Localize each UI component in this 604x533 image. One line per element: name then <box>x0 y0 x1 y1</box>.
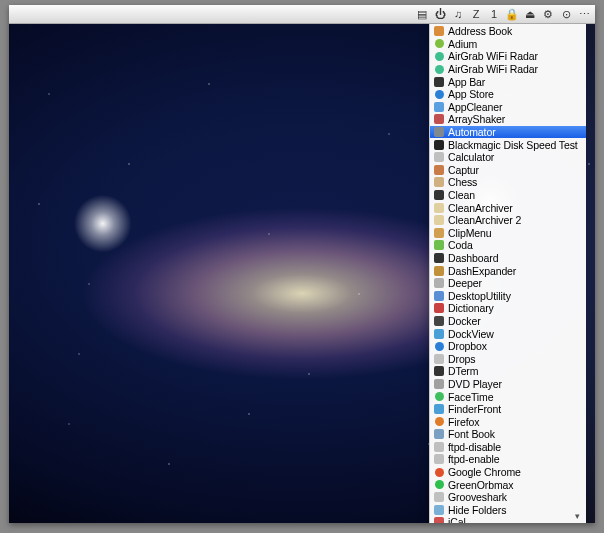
pref-icon[interactable]: ⚙ <box>541 7 555 21</box>
power-icon[interactable]: ⏻ <box>433 7 447 21</box>
menu-item-dvd-player[interactable]: DVD Player <box>430 378 586 391</box>
menu-item-calculator[interactable]: Calculator <box>430 151 586 164</box>
menu-item-label: Address Book <box>448 25 512 37</box>
music-icon[interactable]: ♫ <box>451 7 465 21</box>
automator-icon <box>433 126 445 138</box>
menu-item-label: Dictionary <box>448 302 494 314</box>
menu-item-airgrab-wifi-radar[interactable]: AirGrab WiFi Radar <box>430 50 586 63</box>
menu-item-deeper[interactable]: Deeper <box>430 277 586 290</box>
menu-item-label: ClipMenu <box>448 227 492 239</box>
menu-item-label: DesktopUtility <box>448 290 511 302</box>
cleanarchiver-icon <box>433 214 445 226</box>
clean-icon <box>433 189 445 201</box>
menu-item-label: Firefox <box>448 416 479 428</box>
menu-item-adium[interactable]: Adium <box>430 38 586 51</box>
menu-bar: ▤⏻♫Z1🔒⏏⚙⊙⋯ <box>9 5 595 24</box>
menu-item-label: ArrayShaker <box>448 113 505 125</box>
scroll-down-arrow[interactable]: ▾ <box>575 511 580 521</box>
dashexpander-icon <box>433 265 445 277</box>
menu-item-label: CleanArchiver <box>448 202 513 214</box>
app-bar-icon <box>433 76 445 88</box>
menu-item-dropbox[interactable]: Dropbox <box>430 340 586 353</box>
menu-item-font-book[interactable]: Font Book <box>430 428 586 441</box>
dockview-icon <box>433 328 445 340</box>
menu-item-cleanarchiver-2[interactable]: CleanArchiver 2 <box>430 214 586 227</box>
menu-bar-extras: ▤⏻♫Z1🔒⏏⚙⊙⋯ <box>415 7 591 21</box>
lock-icon[interactable]: 🔒 <box>505 7 519 21</box>
menu-item-desktoputility[interactable]: DesktopUtility <box>430 289 586 302</box>
menu-item-finderfront[interactable]: FinderFront <box>430 403 586 416</box>
menu-item-label: Google Chrome <box>448 466 521 478</box>
address-book-icon <box>433 25 445 37</box>
menu-item-hide-folders[interactable]: Hide Folders <box>430 504 586 517</box>
blackmagic-icon <box>433 139 445 151</box>
greenorbmax-icon <box>433 479 445 491</box>
menu-item-label: DVD Player <box>448 378 502 390</box>
menu-item-app-store[interactable]: App Store <box>430 88 586 101</box>
menu-item-automator[interactable]: Automator <box>430 126 586 139</box>
menu-item-label: DockView <box>448 328 494 340</box>
appcleaner-icon <box>433 101 445 113</box>
menu-item-dashboard[interactable]: Dashboard <box>430 252 586 265</box>
menu-item-firefox[interactable]: Firefox <box>430 415 586 428</box>
ftpd-disable-icon <box>433 441 445 453</box>
menu-item-dashexpander[interactable]: DashExpander <box>430 264 586 277</box>
dvd-player-icon <box>433 378 445 390</box>
eject-icon[interactable]: ⏏ <box>523 7 537 21</box>
menu-item-dictionary[interactable]: Dictionary <box>430 302 586 315</box>
menu-item-label: Docker <box>448 315 481 327</box>
spotlight-icon[interactable]: ⊙ <box>559 7 573 21</box>
menu-item-app-bar[interactable]: App Bar <box>430 75 586 88</box>
menu-item-label: Blackmagic Disk Speed Test <box>448 139 578 151</box>
menu-item-clean[interactable]: Clean <box>430 189 586 202</box>
menu-item-captur[interactable]: Captur <box>430 164 586 177</box>
fontbook-icon <box>433 428 445 440</box>
chrome-icon <box>433 466 445 478</box>
menu-item-arrayshaker[interactable]: ArrayShaker <box>430 113 586 126</box>
z-icon[interactable]: Z <box>469 7 483 21</box>
menu-item-docker[interactable]: Docker <box>430 315 586 328</box>
menu-item-label: Drops <box>448 353 476 365</box>
menu-item-label: FinderFront <box>448 403 501 415</box>
menu-item-label: Dropbox <box>448 340 487 352</box>
dashboard-icon <box>433 252 445 264</box>
captur-icon <box>433 164 445 176</box>
menu-item-address-book[interactable]: Address Book <box>430 25 586 38</box>
menu-item-chess[interactable]: Chess <box>430 176 586 189</box>
menu-item-cleanarchiver[interactable]: CleanArchiver <box>430 201 586 214</box>
app-dropdown-list: Address BookAdiumAirGrab WiFi RadarAirGr… <box>430 24 586 523</box>
menu-item-label: ftpd-disable <box>448 441 501 453</box>
menu-item-label: CleanArchiver 2 <box>448 214 521 226</box>
coda-icon <box>433 239 445 251</box>
arrayshaker-icon <box>433 113 445 125</box>
menu-item-dterm[interactable]: DTerm <box>430 365 586 378</box>
deeper-icon <box>433 277 445 289</box>
option-icon[interactable]: ⋯ <box>577 7 591 21</box>
hide-folders-icon <box>433 504 445 516</box>
facetime-icon <box>433 391 445 403</box>
menu-item-dockview[interactable]: DockView <box>430 327 586 340</box>
grooveshark-icon <box>433 491 445 503</box>
menu-item-airgrab-wifi-radar[interactable]: AirGrab WiFi Radar <box>430 63 586 76</box>
menu-item-ftpd-enable[interactable]: ftpd-enable <box>430 453 586 466</box>
menu-item-ical[interactable]: iCal <box>430 516 586 523</box>
menu-item-appcleaner[interactable]: AppCleaner <box>430 101 586 114</box>
menu-item-coda[interactable]: Coda <box>430 239 586 252</box>
menu-item-label: DashExpander <box>448 265 516 277</box>
app-dropdown-menu[interactable]: Address BookAdiumAirGrab WiFi RadarAirGr… <box>429 24 586 523</box>
menu-item-grooveshark[interactable]: Grooveshark <box>430 491 586 504</box>
app-bar-icon[interactable]: ▤ <box>415 7 429 21</box>
menu-item-ftpd-disable[interactable]: ftpd-disable <box>430 441 586 454</box>
bold-1-icon[interactable]: 1 <box>487 7 501 21</box>
dictionary-icon <box>433 302 445 314</box>
menu-item-facetime[interactable]: FaceTime <box>430 390 586 403</box>
menu-item-label: Clean <box>448 189 475 201</box>
menu-item-clipmenu[interactable]: ClipMenu <box>430 227 586 240</box>
menu-item-blackmagic-disk-speed-test[interactable]: Blackmagic Disk Speed Test <box>430 138 586 151</box>
menu-item-label: Grooveshark <box>448 491 507 503</box>
menu-item-greenorbmax[interactable]: GreenOrbmax <box>430 478 586 491</box>
menu-item-label: DTerm <box>448 365 478 377</box>
menu-item-drops[interactable]: Drops <box>430 352 586 365</box>
clipmenu-icon <box>433 227 445 239</box>
menu-item-google-chrome[interactable]: Google Chrome <box>430 466 586 479</box>
